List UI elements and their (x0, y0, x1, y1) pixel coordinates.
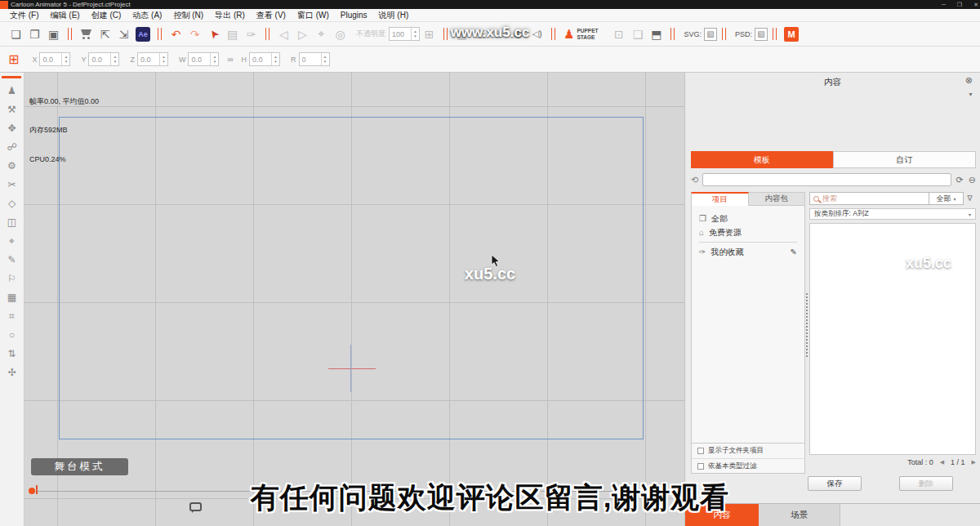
transform-r-input[interactable] (300, 53, 321, 65)
close-window-button[interactable]: ✕ (973, 2, 978, 8)
psd-import-button[interactable]: ▧ (755, 28, 768, 41)
tab-template[interactable]: 模板 (691, 151, 833, 168)
layout-grid-icon[interactable]: ⊞ (8, 51, 19, 67)
redo-button[interactable]: ↷ (185, 25, 204, 43)
left-tool-icon[interactable]: ♟ (7, 86, 16, 96)
menu-control[interactable]: 控制 (N) (167, 10, 209, 21)
left-tool-icon[interactable]: ⌗ (9, 311, 15, 322)
left-tool-icon[interactable]: ✥ (7, 123, 16, 134)
copy-button[interactable]: ▤ (223, 25, 242, 43)
export-content-button[interactable]: ⇱ (96, 25, 114, 43)
page-prev-icon[interactable]: ◀ (940, 459, 944, 466)
marketplace-m-button[interactable]: M (784, 27, 799, 42)
svg-import-button[interactable]: ▧ (704, 28, 717, 41)
undo-button[interactable]: ↶ (167, 25, 185, 43)
open-project-button[interactable]: ❐ (25, 25, 44, 43)
left-tool-icon[interactable]: ⚙ (7, 161, 16, 172)
transform-y-input[interactable] (89, 53, 110, 65)
menu-help[interactable]: 说明 (H) (373, 10, 415, 21)
spinner[interactable]: ▴▾ (61, 53, 69, 65)
snapshot-button[interactable]: ❑ (628, 25, 647, 43)
after-effects-button[interactable]: Ae (136, 27, 150, 42)
spinner[interactable]: ▴▾ (210, 53, 218, 65)
spinner[interactable]: ▴▾ (110, 53, 118, 65)
left-tool-icon[interactable]: ◇ (8, 198, 16, 209)
menu-window[interactable]: 窗口 (W) (292, 10, 335, 21)
menu-plugins[interactable]: Plugins (335, 11, 373, 20)
asset-list-box[interactable]: xu5.cc (809, 223, 976, 455)
left-tool-icon[interactable]: ⇅ (7, 349, 16, 359)
link-aspect-icon[interactable]: ∞ (227, 55, 233, 64)
category-item-favorites[interactable]: ✑ 我的收藏 ✎ (692, 245, 804, 259)
spinner[interactable]: ▴▾ (159, 53, 167, 65)
save-icon: ▣ (48, 28, 59, 41)
left-tool-icon[interactable]: ☍ (7, 142, 16, 153)
record-button[interactable]: ◎ (331, 25, 350, 43)
marketplace-cart-button[interactable] (77, 25, 96, 43)
column-splitter[interactable] (806, 293, 808, 357)
pagination-row: Total : 0 ◀ 1 / 1 ▶ (809, 458, 976, 466)
transform-field-z: Z ▴▾ (130, 52, 168, 66)
stage-canvas[interactable]: 帧率0.00, 平均值0.00 内存592MB CPU0.24% xu5.cc … (24, 73, 684, 526)
left-tool-icon[interactable]: ○ (9, 330, 15, 341)
category-item-free[interactable]: ⌂ 免费资源 (692, 225, 804, 239)
new-project-icon: ❏ (11, 28, 21, 41)
left-tool-icon[interactable]: ▦ (7, 292, 16, 303)
paint-tool-button[interactable]: ✑ (242, 25, 261, 43)
transform-z-input[interactable] (138, 53, 159, 65)
stats-cpu: CPU0.24% (29, 155, 99, 165)
template-search-input[interactable] (702, 173, 951, 186)
category-item-label: 我的收藏 (710, 247, 743, 258)
menu-export[interactable]: 导出 (R) (209, 10, 251, 21)
maximize-button[interactable]: ❐ (957, 2, 962, 8)
subtitle-text: 有任何问题欢迎评论区留言,谢谢观看 (0, 479, 980, 517)
filter-funnel-icon[interactable]: ∇ (964, 194, 976, 203)
sort-dropdown[interactable]: 按类别排序: A到Z ▾ (809, 208, 976, 220)
menu-view[interactable]: 查看 (V) (251, 10, 292, 21)
cart-icon (80, 29, 92, 39)
panel-close-icon[interactable]: ⊗ (965, 76, 973, 85)
asset-search-input[interactable] (822, 194, 925, 203)
import-content-button[interactable]: ⇲ (114, 25, 133, 43)
save-project-button[interactable]: ▣ (44, 25, 63, 43)
category-item-all[interactable]: ❐ 全部 (692, 212, 804, 225)
export-frame-button[interactable]: ⬒ (647, 25, 666, 43)
after-effects-icon: Ae (138, 30, 148, 38)
spinner[interactable]: ▴▾ (271, 53, 279, 65)
collapse-icon[interactable]: ⊖ (969, 175, 976, 185)
minimize-button[interactable]: ─ (942, 2, 946, 7)
transform-w-input[interactable] (189, 53, 210, 65)
subtab-content-packs[interactable]: 内容包 (749, 192, 806, 206)
page-next-icon[interactable]: ▶ (972, 459, 976, 466)
filter-basic-type-checkbox[interactable] (697, 463, 704, 470)
history-icon[interactable]: ⟲ (691, 175, 698, 185)
edit-favorites-icon[interactable]: ✎ (791, 247, 797, 256)
import-icon: ⇲ (119, 28, 129, 41)
tab-custom[interactable]: 自订 (833, 151, 977, 168)
subtab-items[interactable]: 项目 (691, 192, 749, 206)
left-tool-icon[interactable]: ✂ (7, 180, 16, 190)
left-tool-icon[interactable]: ✎ (7, 255, 16, 265)
focus-target-button[interactable]: ⌖ (312, 25, 331, 43)
transport-play-button[interactable]: ▷ (293, 25, 312, 43)
left-tool-icon[interactable]: ⚐ (7, 274, 16, 284)
left-tool-icon[interactable]: ⌖ (9, 236, 15, 247)
menu-edit[interactable]: 编辑 (E) (45, 10, 86, 21)
left-tool-icon[interactable]: ✣ (7, 368, 16, 378)
spinner[interactable]: ▴▾ (321, 53, 329, 65)
select-tool-button[interactable]: ➤ (204, 25, 223, 43)
menu-create[interactable]: 创建 (C) (86, 10, 127, 21)
menu-file[interactable]: 文件 (F) (4, 10, 45, 21)
left-tool-icon[interactable]: ⚒ (7, 105, 16, 115)
panel-pin-icon[interactable]: ▼ (968, 91, 973, 97)
transport-prev-button[interactable]: ◁ (274, 25, 293, 43)
transform-h-input[interactable] (250, 53, 271, 65)
filter-all-dropdown[interactable]: 全部 ▾ (929, 192, 964, 205)
left-tool-strip: ♟ ⚒ ✥ ☍ ⚙ ✂ ◇ ◫ ⌖ ✎ ⚐ ▦ ⌗ ○ ⇅ ✣ (0, 73, 24, 526)
menu-animation[interactable]: 动态 (A) (127, 10, 167, 21)
left-tool-icon[interactable]: ◫ (7, 217, 16, 228)
show-subfolders-checkbox[interactable] (697, 448, 704, 454)
refresh-icon[interactable]: ⟳ (956, 175, 964, 185)
new-project-button[interactable]: ❏ (7, 25, 25, 43)
transform-x-input[interactable] (40, 53, 61, 65)
